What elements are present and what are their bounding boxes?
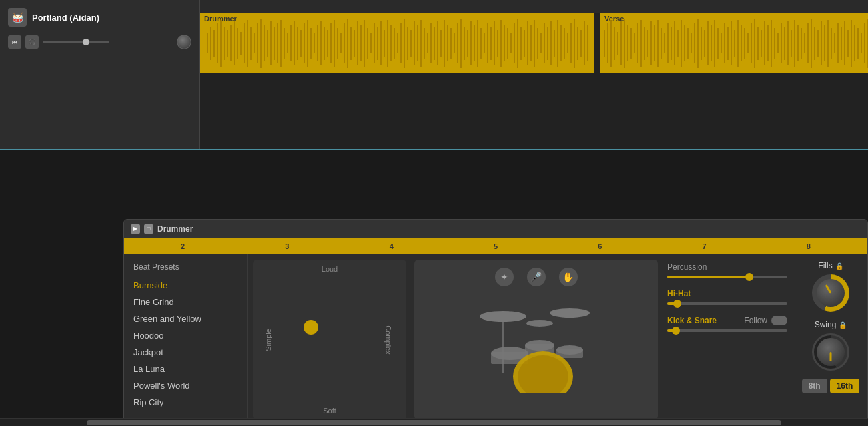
hand-icon-btn[interactable]: ✋ (559, 268, 578, 286)
svg-rect-150 (721, 33, 722, 53)
xy-pad[interactable]: Loud Soft Simple Complex (253, 260, 406, 420)
svg-rect-96 (527, 21, 528, 65)
svg-rect-135 (671, 27, 672, 60)
beat-presets-title: Beat Presets (124, 260, 247, 277)
svg-rect-90 (507, 28, 508, 59)
svg-rect-33 (317, 25, 318, 61)
track-title-row: 🥁 Portland (Aidan) (8, 8, 191, 27)
preset-burnside[interactable]: Burnside (124, 277, 247, 294)
svg-rect-109 (570, 23, 572, 63)
track-header: 🥁 Portland (Aidan) ⏮ 🎧 (0, 0, 200, 149)
svg-rect-116 (607, 23, 608, 63)
svg-rect-165 (771, 20, 772, 67)
track-name: Portland (Aidan) (32, 13, 99, 23)
svg-rect-28 (300, 30, 302, 57)
follow-toggle-switch[interactable] (771, 316, 787, 325)
track-icon: 🥁 (8, 8, 27, 27)
svg-rect-166 (774, 28, 775, 59)
svg-rect-36 (327, 30, 328, 57)
verse-waveform-region[interactable]: Verse (600, 13, 868, 73)
svg-rect-129 (650, 21, 652, 65)
svg-rect-55 (390, 25, 392, 61)
preset-powells-world[interactable]: Powell's World (124, 377, 247, 394)
verse-waveform-svg (600, 13, 868, 73)
svg-rect-139 (684, 25, 685, 61)
swing-knob-inner (817, 338, 845, 366)
svg-rect-95 (524, 30, 525, 57)
svg-rect-5 (224, 27, 225, 60)
svg-rect-136 (674, 21, 675, 65)
scrollbar-thumb[interactable] (87, 420, 781, 425)
fills-knob-inner (817, 279, 845, 307)
headphones-button[interactable]: 🎧 (25, 35, 39, 49)
svg-rect-46 (360, 25, 362, 61)
fills-knob[interactable] (812, 274, 849, 312)
track-controls: ⏮ 🎧 (8, 35, 191, 49)
beat-8th-button[interactable]: 8th (802, 379, 827, 393)
ruler-mark-5: 5 (494, 242, 498, 250)
svg-rect-100 (540, 33, 542, 53)
svg-rect-153 (731, 21, 732, 65)
svg-rect-73 (450, 28, 452, 59)
svg-rect-16 (260, 19, 262, 68)
drummer-editor-panel: ▶ □ Drummer 2 3 4 5 6 7 8 Beat Presets B… (123, 219, 868, 426)
svg-rect-92 (514, 23, 515, 63)
svg-rect-80 (474, 25, 475, 61)
volume-slider-container (43, 41, 173, 43)
svg-rect-58 (400, 23, 402, 63)
svg-rect-149 (717, 28, 719, 59)
hihat-slider[interactable] (667, 302, 787, 305)
bottom-scrollbar[interactable] (0, 418, 868, 426)
svg-rect-56 (394, 28, 395, 59)
percussion-slider[interactable] (667, 276, 787, 278)
hihat-thumb (673, 300, 681, 308)
hihat-section: Hi-Hat (667, 289, 787, 305)
svg-rect-31 (310, 28, 312, 59)
svg-rect-10 (240, 32, 242, 55)
preset-green-yellow[interactable]: Green and Yellow (124, 310, 247, 327)
preset-jackpot[interactable]: Jackpot (124, 344, 247, 361)
preset-rip-city[interactable]: Rip City (124, 394, 247, 411)
ruler-marks-container: 2 3 4 5 6 7 8 (131, 242, 861, 250)
swing-knob[interactable] (812, 333, 849, 371)
svg-rect-189 (851, 20, 852, 67)
svg-rect-0 (207, 33, 208, 53)
xy-position-dot[interactable] (304, 320, 318, 335)
rewind-button[interactable]: ⏮ (8, 35, 21, 49)
svg-rect-144 (701, 27, 702, 60)
svg-rect-97 (530, 25, 532, 61)
mic-icon-btn[interactable]: 🎤 (527, 268, 546, 286)
beat-16th-button[interactable]: 16th (830, 379, 860, 393)
volume-slider[interactable] (43, 41, 109, 43)
swing-label: Swing (815, 320, 837, 329)
svg-rect-154 (734, 30, 735, 57)
swing-knob-indicator (830, 352, 832, 361)
svg-rect-156 (741, 25, 742, 61)
svg-rect-53 (384, 30, 385, 57)
svg-rect-75 (457, 23, 458, 63)
drum-kit-svg (476, 286, 596, 393)
svg-rect-89 (504, 25, 505, 61)
sun-icon-btn[interactable]: ✦ (495, 268, 514, 286)
svg-rect-20 (274, 27, 275, 60)
ruler-mark-6: 6 (598, 242, 602, 250)
svg-rect-104 (554, 30, 555, 57)
svg-rect-84 (487, 23, 488, 63)
track-waveform-area: Drummer (200, 0, 868, 149)
svg-rect-192 (861, 33, 862, 53)
svg-rect-66 (427, 33, 428, 53)
drummer-waveform-region[interactable]: Drummer (200, 13, 594, 73)
preset-hoodoo[interactable]: Hoodoo (124, 327, 247, 344)
svg-rect-148 (714, 20, 715, 67)
svg-rect-64 (420, 20, 422, 67)
pan-knob[interactable] (177, 35, 191, 49)
svg-rect-130 (654, 25, 655, 61)
svg-rect-47 (364, 20, 365, 67)
svg-rect-88 (500, 20, 502, 67)
preset-la-luna[interactable]: La Luna (124, 361, 247, 377)
timeline-ruler (200, 0, 868, 13)
svg-rect-27 (297, 27, 298, 60)
preset-fine-grind[interactable]: Fine Grind (124, 294, 247, 310)
kick-snare-slider[interactable] (667, 329, 787, 332)
svg-rect-19 (270, 21, 272, 65)
